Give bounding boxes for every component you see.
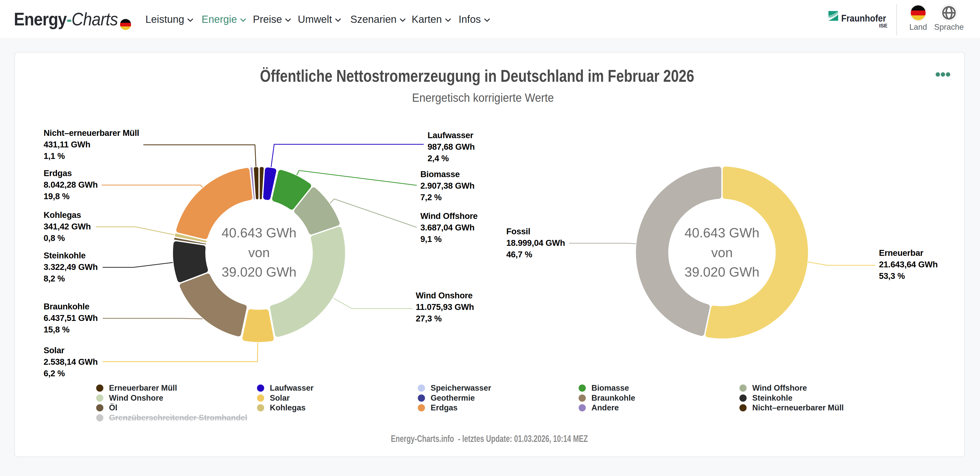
svg-text:von: von — [248, 245, 270, 260]
svg-text:7,2 %: 7,2 % — [420, 192, 442, 202]
svg-text:von: von — [711, 245, 733, 260]
svg-text:40.643 GWh: 40.643 GWh — [684, 225, 759, 240]
svg-text:21.643,64 GWh: 21.643,64 GWh — [879, 260, 938, 269]
svg-text:431,11 GWh: 431,11 GWh — [44, 140, 90, 149]
svg-text:15,8 %: 15,8 % — [44, 325, 70, 334]
svg-text:19,8 %: 19,8 % — [44, 192, 70, 201]
svg-text:53,3 %: 53,3 % — [879, 271, 905, 281]
svg-text:3.687,04 GWh: 3.687,04 GWh — [420, 223, 474, 232]
svg-text:Nicht–erneuerbarer Müll: Nicht–erneuerbarer Müll — [44, 128, 139, 138]
svg-text:9,1 %: 9,1 % — [420, 234, 442, 244]
svg-text:2.907,38 GWh: 2.907,38 GWh — [420, 181, 474, 190]
svg-text:6,2 %: 6,2 % — [44, 369, 65, 378]
svg-text:8,2 %: 8,2 % — [44, 274, 65, 283]
svg-text:Fossil: Fossil — [506, 227, 530, 236]
svg-text:46,7 %: 46,7 % — [506, 250, 532, 259]
svg-text:27,3 %: 27,3 % — [416, 314, 442, 323]
svg-text:2,4 %: 2,4 % — [428, 154, 449, 163]
svg-text:987,68 GWh: 987,68 GWh — [428, 142, 475, 151]
svg-text:2.538,14 GWh: 2.538,14 GWh — [44, 357, 98, 367]
svg-text:Kohlegas: Kohlegas — [44, 210, 81, 220]
svg-text:Solar: Solar — [44, 346, 64, 355]
svg-text:Steinkohle: Steinkohle — [44, 251, 86, 260]
svg-text:Erneuerbar: Erneuerbar — [879, 248, 924, 258]
svg-text:40.643 GWh: 40.643 GWh — [221, 225, 296, 240]
svg-text:0,8 %: 0,8 % — [44, 233, 65, 243]
svg-text:1,1 %: 1,1 % — [44, 151, 65, 161]
svg-text:39.020 GWh: 39.020 GWh — [221, 265, 296, 279]
svg-text:39.020 GWh: 39.020 GWh — [684, 265, 759, 279]
svg-text:Laufwasser: Laufwasser — [428, 130, 474, 140]
svg-text:341,42 GWh: 341,42 GWh — [44, 222, 91, 231]
svg-text:6.437,51 GWh: 6.437,51 GWh — [44, 313, 98, 323]
svg-text:Wind Offshore: Wind Offshore — [420, 211, 477, 221]
svg-text:Erdgas: Erdgas — [44, 168, 72, 178]
svg-text:3.322,49 GWh: 3.322,49 GWh — [44, 262, 98, 272]
svg-text:Wind Onshore: Wind Onshore — [416, 291, 473, 300]
svg-text:Biomasse: Biomasse — [420, 170, 460, 179]
svg-text:8.042,28 GWh: 8.042,28 GWh — [44, 180, 98, 189]
svg-text:11.075,93 GWh: 11.075,93 GWh — [416, 302, 474, 312]
svg-text:18.999,04 GWh: 18.999,04 GWh — [506, 238, 565, 248]
svg-text:Braunkohle: Braunkohle — [44, 302, 89, 311]
